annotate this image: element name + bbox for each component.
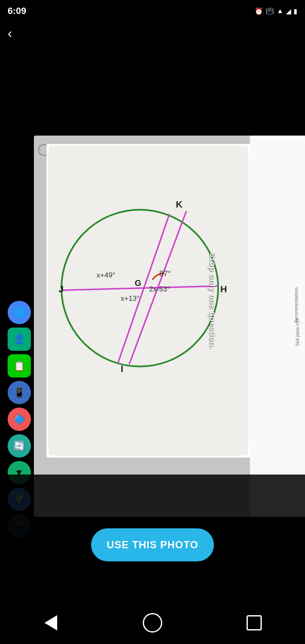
wifi-icon: ▲: [277, 7, 283, 15]
bg-skillplans-text: Skill plans V2X: [295, 318, 300, 346]
nav-recents-icon: [247, 615, 262, 630]
signal-icon: ◢: [286, 7, 291, 15]
crop-hint-text: Crop only one question.: [208, 253, 217, 350]
bg-icon-app4: 🔷: [8, 408, 31, 431]
back-icon: ‹: [8, 25, 12, 41]
svg-text:J: J: [58, 284, 64, 294]
crop-container[interactable]: Crop only one question. K J: [47, 144, 250, 458]
bg-icon-app5: 🔄: [8, 434, 31, 458]
alarm-icon: ⏰: [255, 7, 263, 15]
nav-recents-button[interactable]: [241, 610, 267, 636]
svg-text:G: G: [135, 278, 141, 288]
status-icons: ⏰ 📳 ▲ ◢ ▮: [255, 7, 297, 15]
svg-text:x+13°: x+13°: [121, 294, 139, 303]
nav-home-button[interactable]: [140, 610, 165, 636]
battery-icon: ▮: [294, 7, 297, 15]
bg-icon-chrome: 🌐: [8, 301, 31, 324]
svg-text:2x-53°: 2x-53°: [149, 285, 170, 293]
background-right-panel: Recommendations Skill plans V2X: [250, 136, 305, 517]
geometry-diagram: K J H I G 87° 2x-53° x+49° x+13°: [55, 165, 233, 419]
status-bar: 6:09 ⏰ 📳 ▲ ◢ ▮: [0, 0, 305, 22]
nav-back-icon: [44, 615, 57, 630]
svg-text:x+49°: x+49°: [97, 271, 115, 279]
svg-text:87°: 87°: [159, 269, 171, 278]
nav-back-button[interactable]: [38, 610, 64, 636]
back-button[interactable]: ‹: [8, 25, 12, 41]
vibrate-icon: 📳: [266, 7, 274, 15]
diagram-svg: K J H I G 87° 2x-53° x+49° x+13°: [55, 165, 233, 419]
status-time: 6:09: [8, 6, 26, 17]
use-photo-button[interactable]: USE THIS PHOTO: [91, 528, 214, 561]
svg-text:K: K: [176, 199, 183, 210]
bg-icon-app1: 👤: [8, 328, 31, 351]
navigation-bar: [0, 602, 305, 644]
bg-icon-app2: 📋: [8, 354, 31, 378]
bg-icon-app3: 📱: [8, 381, 31, 404]
svg-text:I: I: [121, 364, 123, 374]
nav-home-icon: [143, 613, 162, 633]
paper-content: K J H I G 87° 2x-53° x+49° x+13°: [47, 144, 250, 458]
svg-text:H: H: [220, 284, 227, 294]
